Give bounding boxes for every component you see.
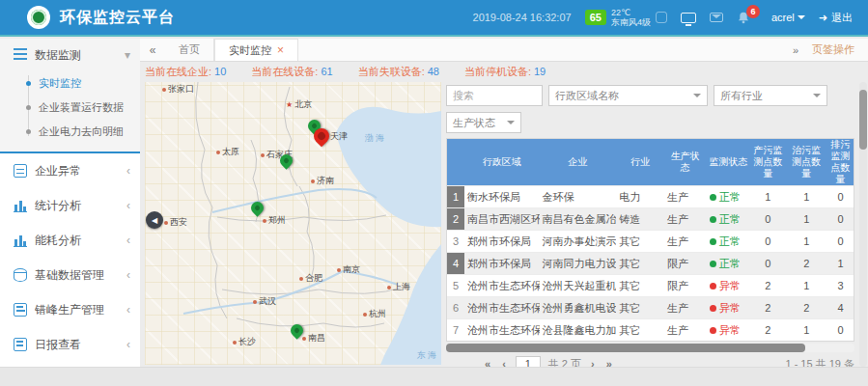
company-cell: 沧县隆鑫电力加 (540, 319, 617, 341)
city-dot-icon (216, 151, 220, 154)
notification-count-badge: 6 (746, 5, 760, 18)
chevron-down-icon: ▾ (125, 48, 130, 62)
industry-cell: 其它 (616, 297, 664, 318)
industry-select-value: 所有行业 (720, 89, 763, 103)
industry-select[interactable]: 所有行业 (714, 85, 827, 106)
city-dot-icon (337, 268, 341, 272)
map-canvas[interactable]: 渤海东海张家口★北京天津太原石家庄济南西安郑州合肥南京上海武汉杭州长沙南昌 ◀ (145, 82, 441, 365)
logout-button[interactable]: ➜ 退出 (819, 11, 853, 25)
monitor-icon[interactable] (681, 13, 696, 23)
chevron-down-icon (693, 94, 701, 101)
user-menu[interactable]: acrel (771, 12, 805, 23)
row-number-cell: 6 (447, 297, 464, 318)
city-label: 张家口 (162, 83, 194, 96)
city-dot-icon (261, 153, 265, 157)
sidebar-item[interactable]: 数据监测▾ (0, 39, 140, 71)
footer-strip (0, 367, 868, 386)
city-label: ★北京 (286, 98, 312, 111)
treat-points-cell: 1 (785, 208, 827, 230)
sidebar-item[interactable]: 基础数据管理‹ (0, 258, 140, 292)
stat-value: 19 (534, 66, 546, 77)
table-row[interactable]: 2南昌市西湖区环南昌有色金属冶铸造生产正常010 (447, 207, 854, 230)
city-label: 郑州 (263, 214, 286, 227)
search-input[interactable] (446, 85, 543, 106)
sidebar-item[interactable]: 日报查看‹ (0, 327, 140, 362)
region-cell: 郑州市环保局 (464, 253, 540, 274)
region-cell: 沧州市生态环保 (464, 297, 540, 318)
company-cell: 南昌有色金属冶 (540, 208, 617, 230)
db-icon (14, 268, 27, 282)
city-dot-icon (363, 313, 367, 317)
sidebar-item-label: 基础数据管理 (35, 267, 119, 284)
table-row[interactable]: 5沧州市生态环保沧州天兴起重机其它限产异常213 (447, 274, 854, 296)
sidebar-subitem[interactable]: 企业装置运行数据 (25, 96, 140, 120)
chevron-left-icon: ‹ (126, 234, 130, 247)
city-label: 西安 (164, 216, 187, 229)
company-cell: 沧州勇鑫机电设 (540, 297, 617, 318)
table-row[interactable]: 4郑州市环保局河南同力电力设其它限产正常021 (447, 252, 854, 274)
scrollbar-thumb[interactable] (859, 90, 867, 150)
tab-首页[interactable]: 首页 (165, 39, 214, 61)
production-status-select[interactable]: 生产状态 (446, 112, 521, 133)
emission-points-cell: 4 (827, 297, 854, 318)
row-number-cell: 5 (447, 275, 464, 296)
logout-label: 退出 (831, 11, 853, 25)
city-label: 南昌 (302, 332, 325, 345)
close-icon[interactable]: × (277, 43, 284, 57)
table-horizontal-scrollbar[interactable] (446, 344, 854, 352)
column-header (447, 139, 464, 185)
column-header: 行业 (616, 139, 664, 185)
tab-实时监控[interactable]: 实时监控× (214, 39, 298, 61)
scrollbar-thumb[interactable] (446, 344, 805, 352)
stat-label: 当前在线设备: (251, 66, 318, 77)
industry-cell: 其它 (616, 253, 664, 274)
region-select[interactable]: 行政区域名称 (548, 85, 708, 106)
page-vertical-scrollbar[interactable] (859, 82, 867, 367)
city-label: 合肥 (299, 272, 322, 285)
sidebar-subitem[interactable]: 实时监控 (25, 71, 140, 96)
weather-refresh-icon[interactable] (656, 12, 667, 23)
city-dot-icon (299, 277, 303, 281)
sidebar-item[interactable]: 错峰生产管理‹ (0, 292, 140, 327)
notifications-button[interactable]: 6 (737, 11, 750, 25)
map-collapse-button[interactable]: ◀ (146, 211, 163, 229)
bullet-icon (26, 105, 31, 110)
region-cell: 沧州市生态环保 (464, 319, 540, 341)
app-logo-icon (27, 6, 50, 29)
stat-label: 当前在线企业: (145, 66, 211, 77)
city-label: 武汉 (253, 295, 276, 308)
aqi-badge: 65 (585, 10, 606, 25)
tabs-collapse-button[interactable]: « (140, 39, 165, 61)
chart-icon (14, 234, 27, 247)
sidebar-item[interactable]: 统计分析‹ (0, 188, 140, 223)
sidebar-item[interactable]: 企业异常‹ (0, 153, 140, 188)
monitor-status-cell: 异常 (707, 297, 751, 318)
tabs-overflow-button[interactable]: » (793, 44, 798, 56)
tab-bar: « 首页实时监控× » 页签操作 (140, 39, 868, 62)
table-row[interactable]: 1衡水环保局金环保电力生产正常110 (447, 185, 854, 207)
chart-icon (14, 199, 27, 212)
message-icon[interactable] (710, 13, 723, 22)
sidebar-item[interactable]: 能耗分析‹ (0, 223, 140, 258)
production-status-cell: 生产 (664, 186, 707, 207)
stat-value: 61 (321, 66, 332, 77)
city-label: 上海 (387, 281, 410, 293)
emission-points-cell: 0 (827, 231, 854, 252)
region-cell: 衡水环保局 (464, 186, 540, 207)
produce-points-cell: 2 (750, 275, 785, 296)
table-row[interactable]: 3郑州市环保局河南办事处演示其它生产正常010 (447, 230, 854, 252)
chevron-down-icon (798, 15, 805, 23)
industry-cell: 铸造 (616, 208, 664, 230)
emission-points-cell: 0 (827, 186, 854, 207)
city-dot-icon (263, 219, 266, 223)
sidebar-subitem[interactable]: 企业电力去向明细 (25, 120, 140, 144)
bullet-icon (26, 81, 31, 86)
table-row[interactable]: 6沧州市生态环保沧州勇鑫机电设其它生产异常224 (447, 296, 854, 318)
table-row[interactable]: 7沧州市生态环保沧县隆鑫电力加其它生产异常210 (447, 318, 854, 341)
treat-points-cell: 2 (785, 253, 827, 274)
emission-points-cell: 0 (827, 208, 854, 230)
chevron-left-icon: ‹ (126, 164, 130, 178)
stat-value: 48 (428, 66, 439, 77)
tab-operations-button[interactable]: 页签操作 (812, 42, 854, 57)
factory-icon (14, 303, 27, 317)
